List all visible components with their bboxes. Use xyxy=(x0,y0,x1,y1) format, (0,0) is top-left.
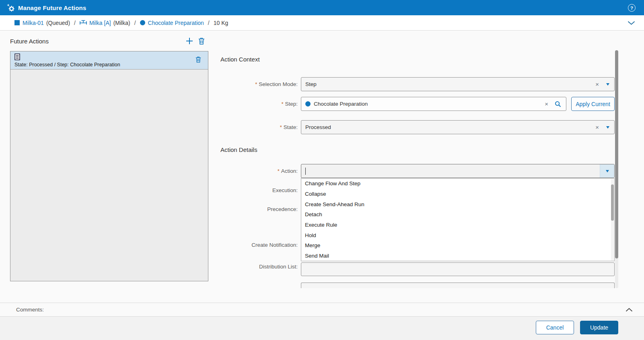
step-circle-icon xyxy=(305,101,311,107)
required-marker: * xyxy=(281,101,283,107)
dropdown-option[interactable]: Create Send-Ahead Run xyxy=(301,199,614,209)
step-circle-icon xyxy=(140,20,145,25)
help-icon[interactable]: ? xyxy=(628,4,636,12)
future-action-list-item[interactable]: State: Processed / Step: Chocolate Prepa… xyxy=(10,51,208,70)
breadcrumb-separator: / xyxy=(74,20,76,26)
future-actions-title: Future Actions xyxy=(10,38,49,45)
selection-mode-select[interactable]: Step × xyxy=(301,77,615,91)
action-dropdown-list: Change Flow And Step Collapse Create Sen… xyxy=(301,178,615,261)
section-action-details: Action Details xyxy=(220,146,257,153)
page-title: Manage Future Actions xyxy=(18,4,86,11)
breadcrumb-step-link[interactable]: Chocolate Preparation xyxy=(148,20,204,26)
comments-label: Comments: xyxy=(16,307,44,313)
manage-future-actions-dialog: Manage Future Actions ? Milka-01 (Queued… xyxy=(0,0,644,340)
action-combobox[interactable] xyxy=(301,164,615,178)
comments-section: Comments: xyxy=(0,303,644,317)
clear-icon[interactable]: × xyxy=(545,101,548,107)
step-picker[interactable]: Chocolate Preparation × xyxy=(301,97,566,111)
breadcrumb: Milka-01 (Queued) / Milka [A] (Milka) / … xyxy=(0,15,644,31)
dropdown-scrollbar-thumb[interactable] xyxy=(611,184,614,221)
action-dropdown-toggle[interactable] xyxy=(600,164,614,178)
delete-all-trash-icon[interactable] xyxy=(198,37,205,45)
selection-mode-label: * Selection Mode: xyxy=(220,77,298,91)
selection-mode-value: Step xyxy=(305,81,317,87)
scrollbar-thumb[interactable] xyxy=(615,50,618,258)
document-lines-icon xyxy=(14,53,20,60)
delete-item-trash-icon[interactable] xyxy=(195,56,202,63)
section-action-context: Action Context xyxy=(220,56,260,63)
chevron-down-icon[interactable] xyxy=(606,83,609,86)
action-label: * Action: xyxy=(220,164,298,178)
update-button[interactable]: Update xyxy=(580,321,618,334)
state-label: * State: xyxy=(220,120,298,134)
step-value: Chocolate Preparation xyxy=(314,101,368,107)
future-actions-list: State: Processed / Step: Chocolate Prepa… xyxy=(10,51,208,281)
add-action-button[interactable] xyxy=(185,37,193,45)
create-notification-label: Create Notification: xyxy=(220,238,298,252)
breadcrumb-separator: / xyxy=(208,20,210,26)
dropdown-option[interactable]: Send Mail xyxy=(301,251,614,261)
search-icon[interactable] xyxy=(555,101,561,107)
cancel-button[interactable]: Cancel xyxy=(536,321,574,334)
required-marker: * xyxy=(255,81,257,87)
dropdown-option[interactable]: Collapse xyxy=(301,189,614,199)
dropdown-option[interactable]: Change Flow And Step xyxy=(301,178,614,189)
text-cursor xyxy=(305,168,306,175)
quantity-text: 10 Kg xyxy=(214,20,228,26)
chevron-up-icon[interactable] xyxy=(625,308,633,312)
footer-bar: Cancel Update xyxy=(0,317,644,340)
clear-icon[interactable]: × xyxy=(595,81,599,87)
main-area: Future Actions State: Processed / Step: … xyxy=(0,31,644,303)
run-status: (Queued) xyxy=(46,20,70,26)
breadcrumb-separator: / xyxy=(134,20,136,26)
execution-label: Execution: xyxy=(220,183,298,197)
required-marker: * xyxy=(278,168,280,174)
distribution-list-input[interactable] xyxy=(301,262,615,276)
dropdown-option[interactable]: Detach xyxy=(301,209,614,220)
future-action-item-label: State: Processed / Step: Chocolate Prepa… xyxy=(14,62,120,68)
dropdown-option[interactable]: Execute Rule xyxy=(301,220,614,230)
required-marker: * xyxy=(280,124,282,130)
clipped-field[interactable] xyxy=(301,283,615,288)
run-square-icon xyxy=(14,20,20,25)
chevron-down-icon xyxy=(606,170,609,172)
flow-icon xyxy=(80,20,87,26)
clear-icon[interactable]: × xyxy=(595,124,599,130)
state-value: Processed xyxy=(305,124,331,130)
gear-icon xyxy=(6,4,14,12)
chevron-down-icon[interactable] xyxy=(606,126,609,129)
dropdown-option[interactable]: Hold xyxy=(301,230,614,240)
breadcrumb-run-link[interactable]: Milka-01 xyxy=(23,20,44,26)
precedence-label: Precedence: xyxy=(220,202,298,216)
dropdown-option[interactable]: Merge xyxy=(301,240,614,251)
title-bar: Manage Future Actions ? xyxy=(0,0,644,15)
chevron-down-icon[interactable] xyxy=(628,21,635,25)
step-label: * Step: xyxy=(220,97,298,111)
distribution-list-label: Distribution List: xyxy=(220,260,298,273)
flow-detail: (Milka) xyxy=(113,20,130,26)
apply-current-button[interactable]: Apply Current xyxy=(571,97,615,111)
breadcrumb-flow-link[interactable]: Milka [A] xyxy=(89,20,111,26)
state-select[interactable]: Processed × xyxy=(301,120,615,134)
